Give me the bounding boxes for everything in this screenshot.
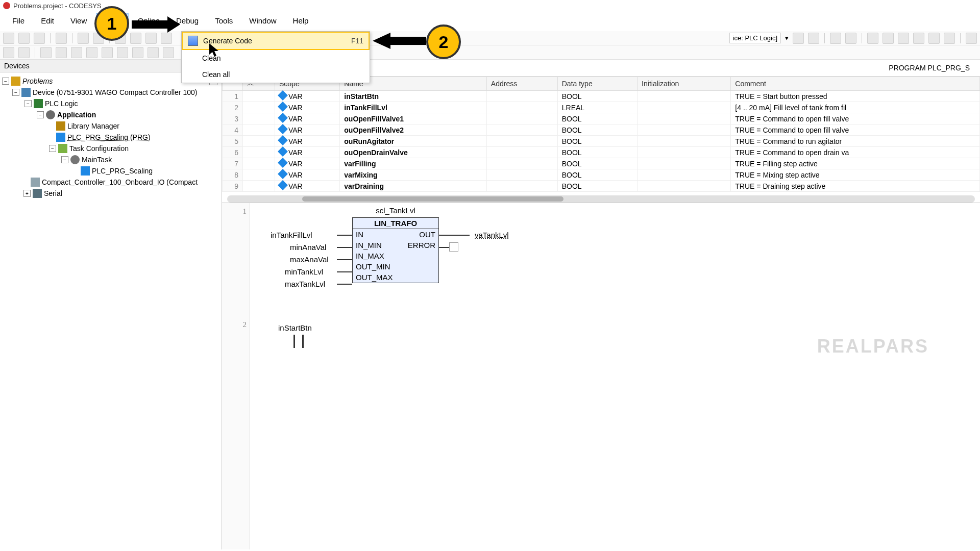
var-row[interactable]: 6 VARouOpenDrainValveBOOLTRUE = Command …	[223, 147, 980, 158]
tree-plc-logic[interactable]: − PLC Logic	[2, 98, 219, 109]
var-row[interactable]: 4 VARouOpenFillValve2BOOLTRUE = Command …	[223, 124, 980, 136]
tree-onboard-io[interactable]: Compact_Controller_100_Onboard_IO (Compa…	[2, 177, 219, 188]
tree-serial[interactable]: + Serial	[2, 188, 219, 199]
menu-file[interactable]: File	[5, 13, 32, 29]
misc-icon[interactable]	[966, 33, 977, 44]
var-type[interactable]: BOOL	[557, 181, 637, 192]
var-comment[interactable]: TRUE = Command to open drain va	[731, 147, 980, 158]
fb-input-var[interactable]: minTankLvl	[285, 267, 323, 276]
fb-input[interactable]: OUT_MIN	[353, 261, 405, 272]
var-name[interactable]: varFilling	[340, 158, 487, 169]
var-type[interactable]: LREAL	[557, 102, 637, 113]
tree-device[interactable]: − Device (0751-9301 WAGO Compact Control…	[2, 87, 219, 98]
tree-library-manager[interactable]: Library Manager	[2, 120, 219, 132]
menu-tools[interactable]: Tools	[208, 13, 240, 29]
var-init[interactable]	[638, 113, 731, 124]
fbd-tool-icon[interactable]	[3, 47, 14, 58]
force-icon[interactable]	[944, 33, 955, 44]
fbd-tool-icon[interactable]	[40, 47, 52, 58]
fbd-tool-icon[interactable]	[56, 47, 67, 58]
collapse-icon[interactable]: −	[61, 156, 68, 163]
contact-var[interactable]: inStartBtn	[278, 323, 312, 332]
fb-input-var[interactable]: maxTankLvl	[285, 280, 325, 288]
step-out-icon[interactable]	[913, 33, 924, 44]
tree-main-task[interactable]: − MainTask	[2, 154, 219, 165]
function-block[interactable]: LIN_TRAFO IN IN_MIN IN_MAX OUT_MIN OUT_M…	[352, 217, 439, 283]
col-datatype[interactable]: Data type	[557, 77, 637, 91]
var-init[interactable]	[638, 169, 731, 181]
var-address[interactable]	[486, 124, 557, 136]
var-init[interactable]	[638, 147, 731, 158]
fbd-tool-icon[interactable]	[18, 47, 30, 58]
delete-icon[interactable]	[161, 33, 172, 44]
collapse-icon[interactable]: −	[24, 100, 32, 107]
new-icon[interactable]	[3, 33, 14, 44]
fb-output[interactable]: ERROR	[405, 240, 438, 251]
collapse-icon[interactable]: −	[12, 89, 19, 96]
var-name[interactable]: varDraining	[340, 181, 487, 192]
var-row[interactable]: 5 VARouRunAgitatorBOOLTRUE = Command to …	[223, 136, 980, 147]
var-row[interactable]: 8 VARvarMixingBOOLTRUE = Mixing step act…	[223, 169, 980, 181]
fbd-tool-icon[interactable]	[163, 47, 174, 58]
var-init[interactable]	[638, 158, 731, 169]
step-over-icon[interactable]	[898, 33, 909, 44]
fb-instance-name[interactable]: scl_TankLvl	[352, 206, 439, 215]
var-comment[interactable]: TRUE = Mixing step active	[731, 169, 980, 181]
fbd-canvas[interactable]: scl_TankLvl LIN_TRAFO IN IN_MIN IN_MAX O…	[250, 203, 980, 549]
var-comment[interactable]: TRUE = Draining step active	[731, 181, 980, 192]
fb-input[interactable]: IN_MAX	[353, 251, 405, 261]
fb-output[interactable]: OUT	[405, 229, 438, 240]
var-name[interactable]: varMixing	[340, 169, 487, 181]
logout-icon[interactable]	[808, 33, 819, 44]
var-type[interactable]: BOOL	[557, 124, 637, 136]
var-init[interactable]	[638, 181, 731, 192]
var-address[interactable]	[486, 169, 557, 181]
var-name[interactable]: inTankFillLvl	[340, 102, 487, 113]
var-address[interactable]	[486, 158, 557, 169]
var-name[interactable]: ouOpenFillValve1	[340, 113, 487, 124]
var-type[interactable]: BOOL	[557, 158, 637, 169]
var-row[interactable]: 3 VARouOpenFillValve1BOOLTRUE = Command …	[223, 113, 980, 124]
tree-task-config[interactable]: − Task Configuration	[2, 143, 219, 154]
save-icon[interactable]	[34, 33, 45, 44]
fbd-tool-icon[interactable]	[148, 47, 159, 58]
fbd-tool-icon[interactable]	[86, 47, 97, 58]
var-name[interactable]: inStartBtn	[340, 91, 487, 102]
undo-icon[interactable]	[78, 33, 89, 44]
var-comment[interactable]: TRUE = Command to open fill valve	[731, 113, 980, 124]
print-icon[interactable]	[56, 33, 67, 44]
fb-input[interactable]: OUT_MAX	[353, 272, 405, 283]
fbd-tool-icon[interactable]	[102, 47, 113, 58]
col-address[interactable]: Address	[486, 77, 557, 91]
var-init[interactable]	[638, 102, 731, 113]
var-name[interactable]: ouRunAgitator	[340, 136, 487, 147]
var-address[interactable]	[486, 91, 557, 102]
fb-unassigned-output[interactable]	[449, 242, 458, 252]
var-address[interactable]	[486, 147, 557, 158]
fb-output-var[interactable]: vaTankLvl	[475, 231, 509, 239]
fbd-tool-icon[interactable]	[117, 47, 128, 58]
menu-edit[interactable]: Edit	[34, 13, 61, 29]
col-comment[interactable]: Comment	[731, 77, 980, 91]
menu-view[interactable]: View	[63, 13, 94, 29]
fb-input-var[interactable]: minAnaVal	[290, 243, 326, 252]
step-icon[interactable]	[867, 33, 878, 44]
stop-icon[interactable]	[845, 33, 856, 44]
collapse-icon[interactable]: −	[2, 78, 9, 85]
start-icon[interactable]	[830, 33, 841, 44]
tree-program[interactable]: PLC_PRG_Scaling (PRG)	[2, 132, 219, 143]
step-into-icon[interactable]	[883, 33, 894, 44]
tree-task-prg[interactable]: PLC_PRG_Scaling	[2, 165, 219, 177]
application-combo[interactable]: ice: PLC Logic]	[729, 33, 781, 43]
var-type[interactable]: BOOL	[557, 113, 637, 124]
normally-open-contact[interactable]	[293, 335, 304, 348]
dropdown-icon[interactable]: ▾	[785, 34, 789, 42]
collapse-icon[interactable]: −	[49, 145, 56, 152]
fb-input-var[interactable]: inTankFillLvl	[271, 231, 312, 239]
var-init[interactable]	[638, 91, 731, 102]
var-comment[interactable]: [4 .. 20 mA] Fill level of tank from fil	[731, 102, 980, 113]
var-type[interactable]: BOOL	[557, 147, 637, 158]
menu-help[interactable]: Help	[286, 13, 316, 29]
fbd-tool-icon[interactable]	[71, 47, 82, 58]
collapse-icon[interactable]: −	[37, 111, 44, 118]
